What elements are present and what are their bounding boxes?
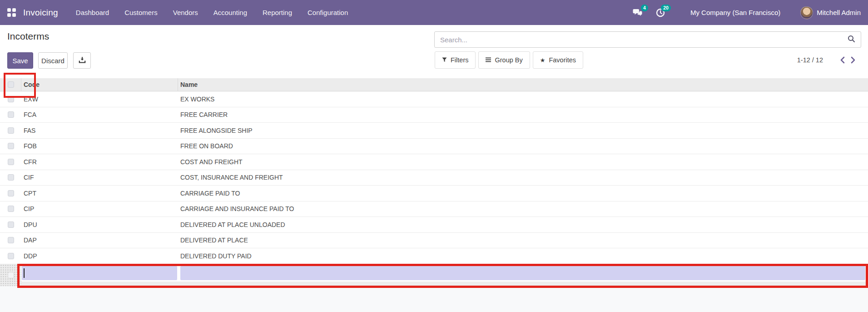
- row-code-cell: FAS: [21, 123, 178, 138]
- nav-item-reporting[interactable]: Reporting: [255, 0, 300, 25]
- export-icon: [79, 56, 86, 65]
- nav-item-accounting[interactable]: Accounting: [206, 0, 255, 25]
- group-by-button[interactable]: Group By: [478, 51, 530, 69]
- select-all-cell: [0, 78, 21, 91]
- row-select-cell: [0, 248, 21, 264]
- row-select-cell: [0, 217, 21, 232]
- row-name-cell: EX WORKS: [178, 91, 868, 107]
- new-row-name-input[interactable]: [180, 266, 865, 280]
- filters-button[interactable]: Filters: [435, 51, 476, 69]
- row-select-cell: [0, 170, 21, 186]
- filters-label: Filters: [451, 56, 468, 64]
- invoicing-app-screen: Invoicing Dashboard Customers Vendors Ac…: [0, 0, 868, 312]
- table-body: EXWEX WORKSFCAFREE CARRIERFASFREE ALONGS…: [0, 91, 868, 264]
- column-header-code[interactable]: Code: [21, 78, 178, 91]
- table-row[interactable]: DAPDELIVERED AT PLACE: [0, 233, 868, 249]
- row-checkbox[interactable]: [8, 206, 14, 212]
- row-select-cell: [0, 154, 21, 170]
- filter-icon: [442, 56, 447, 64]
- row-checkbox[interactable]: [8, 190, 14, 196]
- row-code-cell: CFR: [21, 154, 178, 170]
- row-select-cell: [0, 107, 21, 123]
- search-options-bar: Filters Group By ★ Favorites: [435, 51, 583, 69]
- user-menu[interactable]: Mitchell Admin: [817, 9, 861, 16]
- messages-badge: 4: [641, 5, 648, 12]
- messages-icon[interactable]: 4: [633, 8, 642, 17]
- table-row[interactable]: DDPDELIVERED DUTY PAID: [0, 248, 868, 264]
- pager: 1-12 / 12: [797, 55, 858, 65]
- row-code-cell: FCA: [21, 107, 178, 123]
- avatar[interactable]: [800, 6, 813, 19]
- column-header-name[interactable]: Name: [178, 78, 868, 91]
- row-code-cell: CIF: [21, 170, 178, 186]
- row-checkbox[interactable]: [8, 253, 14, 259]
- row-select-cell: [0, 186, 21, 201]
- company-switcher[interactable]: My Company (San Francisco): [690, 9, 780, 16]
- new-row-checkbox[interactable]: [8, 272, 14, 278]
- pager-range: 1-12 / 12: [797, 56, 823, 64]
- pager-previous-icon[interactable]: [837, 55, 848, 65]
- systray: 4 20 My Company (San Francisco) Mitchell…: [633, 6, 868, 19]
- action-buttons: Save Discard: [7, 52, 91, 69]
- app-name[interactable]: Invoicing: [23, 8, 58, 18]
- nav-item-configuration[interactable]: Configuration: [300, 0, 356, 25]
- row-checkbox[interactable]: [8, 237, 14, 243]
- row-select-cell: [0, 201, 21, 217]
- export-button[interactable]: [73, 52, 91, 69]
- row-checkbox[interactable]: [8, 143, 14, 149]
- row-code-cell: EXW: [21, 91, 178, 107]
- table-row[interactable]: EXWEX WORKS: [0, 91, 868, 107]
- nav-item-customers[interactable]: Customers: [117, 0, 165, 25]
- pager-next-icon[interactable]: [848, 55, 858, 65]
- group-by-icon: [486, 56, 491, 64]
- row-name-cell: CARRIAGE AND INSURANCE PAID TO: [178, 201, 868, 217]
- discard-button[interactable]: Discard: [38, 52, 68, 69]
- row-checkbox[interactable]: [8, 127, 14, 134]
- row-code-cell: FOB: [21, 139, 178, 154]
- row-name-cell: COST AND FREIGHT: [178, 154, 868, 170]
- row-select-cell: [0, 233, 21, 248]
- table-row[interactable]: CFRCOST AND FREIGHT: [0, 154, 868, 170]
- row-checkbox[interactable]: [8, 174, 14, 181]
- nav-item-dashboard[interactable]: Dashboard: [68, 0, 117, 25]
- row-code-cell: DAP: [21, 233, 178, 248]
- group-by-label: Group By: [495, 56, 522, 64]
- row-name-cell: DELIVERED DUTY PAID: [178, 248, 868, 264]
- new-record-row: [0, 264, 868, 286]
- save-button[interactable]: Save: [7, 52, 33, 69]
- new-row-select-cell: [0, 264, 21, 286]
- row-name-cell: DELIVERED AT PLACE UNLOADED: [178, 217, 868, 232]
- search-bar: [434, 31, 861, 48]
- row-checkbox[interactable]: [8, 221, 14, 228]
- table-row[interactable]: FOBFREE ON BOARD: [0, 139, 868, 155]
- search-icon[interactable]: [848, 35, 855, 45]
- row-checkbox[interactable]: [8, 159, 14, 165]
- table-row[interactable]: DPUDELIVERED AT PLACE UNLOADED: [0, 217, 868, 233]
- table-row[interactable]: FASFREE ALONGSIDE SHIP: [0, 123, 868, 139]
- table-row[interactable]: CPTCARRIAGE PAID TO: [0, 186, 868, 201]
- table-row[interactable]: CIPCARRIAGE AND INSURANCE PAID TO: [0, 201, 868, 217]
- search-input[interactable]: [439, 35, 848, 44]
- row-code-cell: DPU: [21, 217, 178, 232]
- table-header: Code Name: [0, 78, 868, 91]
- new-row-code-input[interactable]: [22, 266, 177, 280]
- apps-grid-icon[interactable]: [7, 8, 16, 17]
- page-bottom-background: [0, 286, 868, 312]
- row-checkbox[interactable]: [8, 111, 14, 118]
- favorites-label: Favorites: [549, 56, 576, 64]
- row-code-cell: CPT: [21, 186, 178, 201]
- row-select-cell: [0, 139, 21, 154]
- table-row[interactable]: FCAFREE CARRIER: [0, 107, 868, 123]
- select-all-checkbox[interactable]: [8, 81, 14, 88]
- text-cursor: [24, 268, 25, 278]
- nav-item-vendors[interactable]: Vendors: [165, 0, 206, 25]
- row-name-cell: FREE CARRIER: [178, 107, 868, 123]
- row-checkbox[interactable]: [8, 96, 14, 102]
- favorites-star-icon: ★: [540, 57, 546, 63]
- row-name-cell: DELIVERED AT PLACE: [178, 233, 868, 248]
- row-name-cell: FREE ALONGSIDE SHIP: [178, 123, 868, 138]
- row-select-cell: [0, 91, 21, 107]
- activities-clock-icon[interactable]: 20: [656, 8, 665, 17]
- favorites-button[interactable]: ★ Favorites: [533, 51, 583, 69]
- table-row[interactable]: CIFCOST, INSURANCE AND FREIGHT: [0, 170, 868, 186]
